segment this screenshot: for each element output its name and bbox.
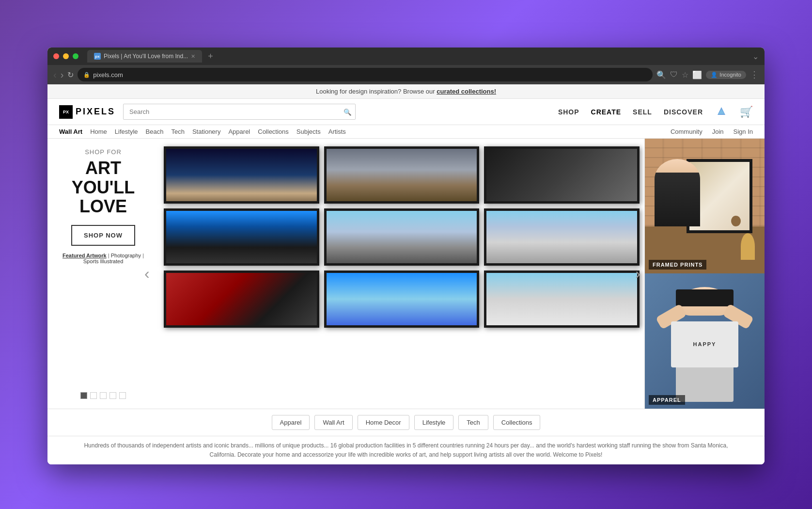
nav-lifestyle[interactable]: Lifestyle xyxy=(115,128,138,135)
incognito-label: Incognito xyxy=(719,72,741,78)
dot-4[interactable] xyxy=(109,392,116,399)
featured-artwork-link[interactable]: Featured Artwork xyxy=(62,253,107,258)
menu-icon[interactable]: ⋮ xyxy=(750,69,759,80)
shield-icon[interactable]: 🛡 xyxy=(670,70,678,79)
main-nav: SHOP CREATE SELL DISCOVER 🛒 xyxy=(558,105,753,119)
art-frame-8[interactable] xyxy=(324,270,480,328)
cat-home-decor[interactable]: Home Decor xyxy=(358,415,409,430)
photography-link[interactable]: Photography xyxy=(111,253,141,258)
tab-view-icon[interactable]: ⬜ xyxy=(692,70,702,80)
back-button[interactable]: ‹ xyxy=(53,69,57,80)
category-tags: Apparel Wall Art Home Decor Lifestyle Te… xyxy=(47,409,765,436)
right-panels: FRAMED PRINTS xyxy=(644,139,765,409)
art-frame-1[interactable] xyxy=(164,146,319,204)
lock-icon: 🔒 xyxy=(83,72,90,78)
incognito-icon: 👤 xyxy=(711,72,718,78)
art-grid xyxy=(159,139,644,409)
nav-sign-in[interactable]: Sign In xyxy=(734,128,753,135)
bookmark-icon[interactable]: ☆ xyxy=(682,70,688,80)
hero-title: ART YOU'LLLOVE xyxy=(57,159,149,216)
dot-3[interactable] xyxy=(100,392,107,399)
dot-5[interactable] xyxy=(119,392,126,399)
nav-community[interactable]: Community xyxy=(671,128,703,135)
nav-home[interactable]: Home xyxy=(90,128,107,135)
nav-collections[interactable]: Collections xyxy=(258,128,289,135)
announcement-bar: Looking for design inspiration? Browse o… xyxy=(47,84,765,99)
search-button[interactable]: 🔍 xyxy=(344,108,352,115)
incognito-badge: 👤 Incognito xyxy=(706,71,746,79)
nav-user-actions: Community Join Sign In xyxy=(671,128,753,135)
close-tab-icon[interactable]: ✕ xyxy=(191,53,195,60)
new-tab-button[interactable]: + xyxy=(208,51,213,62)
url-text: pixels.com xyxy=(93,71,123,79)
search-toolbar-icon[interactable]: 🔍 xyxy=(656,70,666,80)
sports-link[interactable]: Sports Illustrated xyxy=(83,258,124,264)
apparel-panel[interactable]: HAPPY APPAREL xyxy=(645,273,765,408)
framed-prints-label: FRAMED PRINTS xyxy=(649,260,706,270)
nav-subjects[interactable]: Subjects xyxy=(297,128,321,135)
hero-text-panel: SHOP FOR ART YOU'LLLOVE SHOP NOW Feature… xyxy=(47,139,159,409)
nav-wall-art[interactable]: Wall Art xyxy=(59,128,82,135)
art-frame-2[interactable] xyxy=(324,146,480,204)
logo[interactable]: PX PIXELS xyxy=(59,105,115,119)
maximize-button[interactable] xyxy=(73,53,78,59)
tab-title: Pixels | Art You'll Love from Ind... xyxy=(104,53,188,60)
nav-apparel[interactable]: Apparel xyxy=(228,128,250,135)
announcement-link[interactable]: curated collections! xyxy=(437,88,496,95)
nav-tech[interactable]: Tech xyxy=(171,128,184,135)
close-button[interactable] xyxy=(53,53,59,59)
nav-create[interactable]: CREATE xyxy=(591,108,622,116)
art-frame-9[interactable] xyxy=(484,270,640,328)
address-bar[interactable]: 🔒 pixels.com xyxy=(78,68,653,81)
hero-section: SHOP FOR ART YOU'LLLOVE SHOP NOW Feature… xyxy=(47,139,765,409)
featured-links: Featured Artwork | Photography | Sports … xyxy=(57,253,149,264)
next-arrow-button[interactable]: › xyxy=(635,265,640,283)
nav-discover[interactable]: DISCOVER xyxy=(664,108,703,116)
logo-icon: PX xyxy=(59,105,73,119)
cat-tech[interactable]: Tech xyxy=(458,415,488,430)
browser-tab[interactable]: px Pixels | Art You'll Love from Ind... … xyxy=(87,50,202,63)
cat-wall-art[interactable]: Wall Art xyxy=(314,415,352,430)
carousel-dots xyxy=(80,382,126,399)
browser-toolbar: ‹ › ↻ 🔒 pixels.com 🔍 🛡 ☆ ⬜ 👤 Incognito ⋮ xyxy=(47,65,765,84)
logo-text: PIXELS xyxy=(76,107,115,117)
site-header: PX PIXELS 🔍 SHOP CREATE SELL DISCOVER xyxy=(47,99,765,125)
dot-2[interactable] xyxy=(90,392,97,399)
nav-stationery[interactable]: Stationery xyxy=(192,128,221,135)
tab-favicon: px xyxy=(94,53,101,60)
nav-artists[interactable]: Artists xyxy=(328,128,346,135)
reload-button[interactable]: ↻ xyxy=(67,70,74,80)
search-form: 🔍 xyxy=(123,104,356,120)
shop-for-label: SHOP FOR xyxy=(85,148,122,156)
cart-icon[interactable]: 🛒 xyxy=(740,106,753,118)
minimize-button[interactable] xyxy=(63,53,69,59)
nav-join[interactable]: Join xyxy=(712,128,724,135)
search-input[interactable] xyxy=(123,104,356,120)
art-frame-5[interactable] xyxy=(324,208,480,266)
shop-now-button[interactable]: SHOP NOW xyxy=(71,225,135,246)
footer-description: Hundreds of thousands of independent art… xyxy=(47,436,765,464)
nav-beach[interactable]: Beach xyxy=(146,128,164,135)
website-content: Looking for design inspiration? Browse o… xyxy=(47,84,765,464)
cat-lifestyle[interactable]: Lifestyle xyxy=(414,415,454,430)
dot-1[interactable] xyxy=(80,392,87,399)
cat-apparel[interactable]: Apparel xyxy=(272,415,310,430)
sep1: | xyxy=(108,253,109,258)
apparel-label: APPAREL xyxy=(649,395,685,405)
art-frame-4[interactable] xyxy=(164,208,319,266)
window-controls: ⌄ xyxy=(752,52,759,61)
prev-arrow-button[interactable]: ‹ xyxy=(144,265,150,283)
cat-collections[interactable]: Collections xyxy=(493,415,541,430)
framed-prints-panel[interactable]: FRAMED PRINTS xyxy=(645,139,765,273)
footer-text: Hundreds of thousands of independent art… xyxy=(84,442,728,458)
forward-button[interactable]: › xyxy=(61,69,64,80)
announcement-text: Looking for design inspiration? Browse o… xyxy=(316,88,437,95)
notification-icon[interactable] xyxy=(715,105,728,119)
secondary-nav: Wall Art Home Lifestyle Beach Tech Stati… xyxy=(47,125,765,139)
sep2: | xyxy=(142,253,144,258)
nav-shop[interactable]: SHOP xyxy=(558,108,579,116)
art-frame-6[interactable] xyxy=(484,208,640,266)
nav-sell[interactable]: SELL xyxy=(633,108,652,116)
art-frame-7[interactable] xyxy=(164,270,319,328)
art-frame-3[interactable] xyxy=(484,146,640,204)
